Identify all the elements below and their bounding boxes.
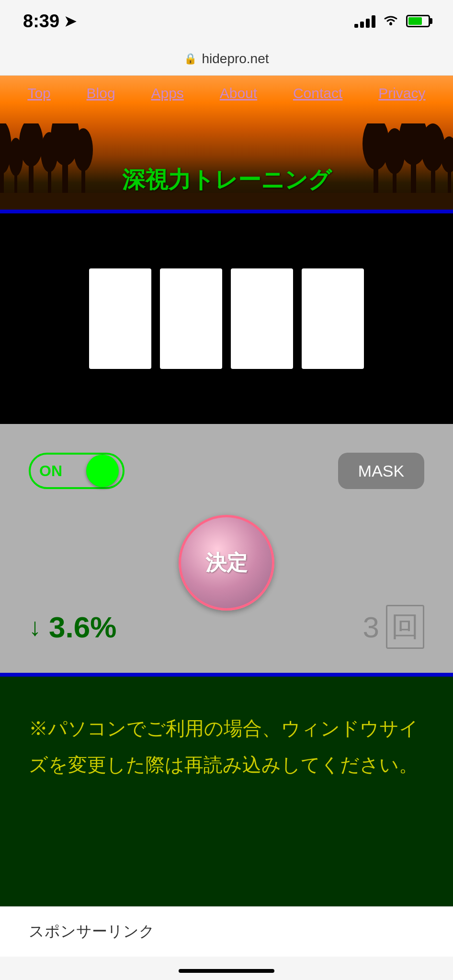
stats-row: ↓ 3.6% 3 回: [29, 605, 424, 649]
toggle-container: ON: [29, 453, 125, 489]
stat-kanji-icon: 回: [386, 605, 424, 649]
location-icon: ➤: [64, 13, 76, 30]
toggle-circle: [86, 455, 119, 487]
time-display: 8:39: [23, 11, 59, 32]
home-indicator: [179, 969, 274, 973]
card-2: [160, 268, 222, 369]
card-1: [89, 268, 151, 369]
stat-left: ↓ 3.6%: [29, 610, 116, 644]
stat-right: 3 回: [363, 605, 424, 649]
nav-privacy[interactable]: Privacy: [378, 85, 425, 101]
confirm-button[interactable]: 決定: [179, 515, 274, 611]
mask-label: MASK: [358, 462, 404, 480]
confirm-label: 決定: [205, 549, 248, 577]
card-3: [231, 268, 293, 369]
stat-arrow-icon: ↓: [29, 612, 41, 641]
info-section: ※パソコンでご利用の場合、ウィンドウサイズを変更した際は再読み込みしてください。: [0, 677, 453, 906]
status-icons: [354, 13, 430, 29]
wifi-icon: [383, 13, 398, 29]
nav-bar: Top Blog Apps About Contact Privacy: [0, 76, 453, 101]
info-text: ※パソコンでご利用の場合、ウィンドウサイズを変更した際は再読み込みしてください。: [29, 710, 424, 783]
card-4: [302, 268, 364, 369]
bottom-bar: [0, 957, 453, 980]
lock-icon: 🔒: [184, 53, 197, 65]
sponsor-section: スポンサーリンク: [0, 906, 453, 957]
nav-about[interactable]: About: [220, 85, 257, 101]
hero-title: 深視力トレーニング: [0, 165, 453, 195]
controls-area: ON MASK 決定 ↓ 3.6% 3 回: [0, 424, 453, 673]
on-off-toggle[interactable]: ON: [29, 453, 125, 489]
hero-section: Top Blog Apps About Contact Privacy 深視力ト…: [0, 76, 453, 210]
sponsor-label: スポンサーリンク: [29, 923, 155, 940]
stat-count-value: 3: [363, 610, 379, 644]
nav-blog[interactable]: Blog: [87, 85, 115, 101]
svg-point-0: [389, 22, 392, 25]
cards-container: [89, 268, 364, 369]
confirm-button-container: 決定: [29, 515, 424, 611]
signal-icon: [354, 14, 375, 28]
nav-contact[interactable]: Contact: [293, 85, 342, 101]
nav-apps[interactable]: Apps: [151, 85, 183, 101]
status-bar: 8:39 ➤: [0, 0, 453, 42]
url-display: hidepro.net: [202, 51, 269, 67]
status-time: 8:39 ➤: [23, 11, 76, 32]
battery-icon: [406, 15, 430, 27]
svg-rect-23: [0, 193, 453, 210]
training-area: [0, 213, 453, 424]
nav-top[interactable]: Top: [27, 85, 50, 101]
bottom-blue-divider: [0, 673, 453, 677]
address-bar: 🔒 hidepro.net: [0, 42, 453, 76]
top-blue-divider: [0, 210, 453, 213]
toggle-label: ON: [39, 462, 62, 480]
stat-percent-value: 3.6%: [49, 610, 116, 644]
mask-button[interactable]: MASK: [338, 453, 424, 489]
